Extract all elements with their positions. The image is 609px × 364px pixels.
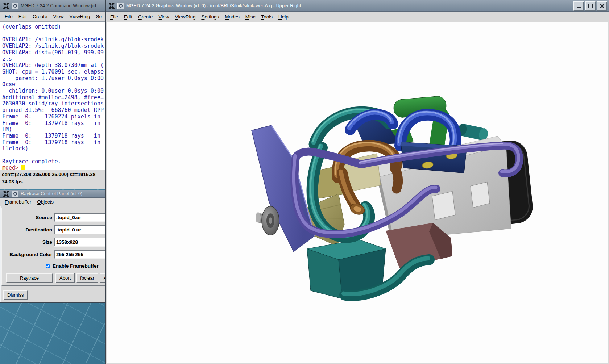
dismiss-button[interactable]: Dismiss	[3, 290, 28, 300]
fan-blade	[252, 125, 315, 252]
menu-tools[interactable]: Tools	[258, 13, 276, 21]
menu-file[interactable]: File	[2, 12, 16, 21]
graphics-canvas[interactable]	[107, 22, 608, 363]
pulley	[256, 206, 279, 235]
coolant-stub	[457, 123, 489, 141]
fbclear-button[interactable]: fbclear	[76, 273, 98, 283]
graphics-window-title: MGED 7.24.2 Graphics Window (id_0) - /ro…	[126, 3, 301, 8]
command-window-title: MGED 7.24.2 Command Window (id	[21, 3, 96, 8]
raytrace-button[interactable]: Raytrace	[6, 273, 53, 283]
menu-create[interactable]: Create	[135, 13, 156, 21]
window-menu-icon[interactable]	[117, 3, 124, 9]
close-icon	[600, 3, 605, 8]
destination-label: Destination	[2, 227, 54, 233]
menu-view[interactable]: View	[50, 12, 67, 21]
abort-button[interactable]: Abort	[55, 273, 75, 283]
window-controls	[573, 1, 607, 11]
menu-settings[interactable]: Settings	[198, 13, 222, 21]
menu-file[interactable]: File	[107, 13, 121, 21]
minimize-icon	[577, 7, 581, 8]
graphics-titlebar[interactable]: MGED 7.24.2 Graphics Window (id_0) - /ro…	[106, 0, 609, 12]
menu-viewring[interactable]: ViewRing	[172, 13, 199, 21]
menu-edit[interactable]: Edit	[16, 12, 30, 21]
minimize-button[interactable]	[573, 1, 584, 11]
raytrace-panel-title: Raytrace Control Panel (id_0)	[21, 191, 82, 196]
close-button[interactable]	[597, 1, 607, 11]
mged-app-icon	[3, 2, 10, 9]
menu-settings-clipped[interactable]: Se	[93, 12, 105, 21]
menu-objects[interactable]: Objects	[34, 198, 57, 206]
mged-app-icon	[108, 2, 115, 9]
menu-viewring[interactable]: ViewRing	[67, 12, 93, 21]
mged-app-icon	[3, 190, 10, 197]
menu-misc[interactable]: Misc	[243, 13, 258, 21]
menu-modes[interactable]: Modes	[222, 13, 243, 21]
enable-framebuffer-label: Enable Framebuffer	[53, 263, 99, 269]
menu-create[interactable]: Create	[30, 12, 50, 21]
text-cursor	[21, 165, 25, 170]
menu-help[interactable]: Help	[276, 13, 291, 21]
background-color-label: Background Color	[2, 252, 54, 257]
window-menu-icon[interactable]	[12, 3, 18, 9]
source-label: Source	[2, 215, 54, 220]
engine-raytrace-render	[107, 22, 608, 363]
enable-framebuffer-checkbox[interactable]	[46, 264, 50, 268]
graphics-window: MGED 7.24.2 Graphics Window (id_0) - /ro…	[105, 0, 609, 364]
size-label: Size	[2, 239, 54, 245]
screen: { "command_window": { "title": "MGED 7.2…	[0, 0, 609, 364]
mged-prompt: mged>	[2, 165, 18, 170]
maximize-icon	[588, 4, 593, 8]
graphics-menubar: File Edit Create View ViewRing Settings …	[106, 12, 609, 22]
menu-edit[interactable]: Edit	[121, 13, 135, 21]
maximize-button[interactable]	[585, 1, 596, 11]
menu-view[interactable]: View	[156, 13, 172, 21]
window-menu-icon[interactable]	[12, 191, 18, 197]
menu-framebuffer[interactable]: Framebuffer	[2, 198, 34, 206]
